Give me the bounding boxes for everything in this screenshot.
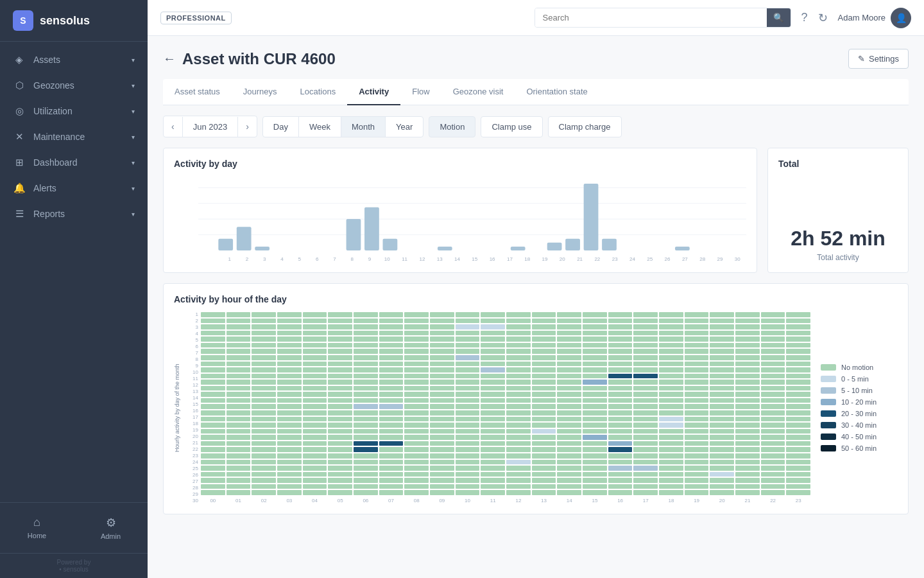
help-icon[interactable]: ? <box>801 11 808 24</box>
sidebar-item-alerts[interactable]: 🔔 Alerts ▾ <box>0 175 148 201</box>
heatmap-cell <box>532 410 556 416</box>
heatmap-cell <box>735 478 760 483</box>
tab-asset-status[interactable]: Asset status <box>163 79 232 105</box>
tab-geozone-visit[interactable]: Geozone visit <box>441 79 515 105</box>
bar-x-label: 16 <box>483 256 501 262</box>
dashboard-icon: ⊞ <box>13 157 26 168</box>
chevron-icon: ▾ <box>132 159 135 166</box>
period-button-group: DayWeekMonthYear <box>262 116 424 137</box>
heatmap-col <box>303 312 327 495</box>
sidebar-item-reports[interactable]: ☰ Reports ▾ <box>0 201 148 227</box>
back-button[interactable]: ← <box>163 51 176 66</box>
heatmap-cell <box>608 404 633 409</box>
svg-rect-16 <box>547 243 562 250</box>
heatmap-cell <box>735 435 760 440</box>
heatmap-cell <box>201 490 225 495</box>
heatmap-cell <box>456 417 480 422</box>
heatmap-cell <box>354 386 378 391</box>
period-btn-day[interactable]: Day <box>263 117 299 137</box>
heatmap-cell <box>354 453 378 459</box>
user-info[interactable]: Adam Moore 👤 <box>838 8 911 28</box>
sidebar-item-utilization[interactable]: ◎ Utilization ▾ <box>0 98 148 124</box>
heatmap-cell <box>481 423 505 428</box>
heatmap-cell <box>252 460 276 465</box>
search-box[interactable]: 🔍 <box>535 8 791 28</box>
heatmap-cell <box>761 319 785 324</box>
bar-x-label: 10 <box>379 256 396 262</box>
legend-label: 10 - 20 min <box>841 398 877 406</box>
heatmap-cell <box>379 392 404 397</box>
heatmap-cell <box>201 478 225 483</box>
heatmap-cell <box>252 324 276 329</box>
bottom-btn-home[interactable]: ⌂Home <box>0 511 74 545</box>
heatmap-x-label: 03 <box>277 498 302 504</box>
heatmap-cell <box>557 404 581 409</box>
heatmap-cell <box>532 312 556 317</box>
heatmap-cell <box>404 343 429 348</box>
heatmap-cell <box>685 490 709 495</box>
heatmap-cell <box>277 349 302 354</box>
heatmap-cell <box>608 460 633 465</box>
heatmap-cell <box>608 312 633 317</box>
heatmap-cell <box>633 478 658 483</box>
heatmap-cell <box>685 392 709 397</box>
heatmap-x-label: 10 <box>456 498 480 504</box>
heatmap-cell <box>633 355 658 360</box>
heatmap-cell <box>659 429 683 434</box>
legend-swatch-40-50 <box>821 434 836 440</box>
period-btn-week[interactable]: Week <box>299 117 341 137</box>
heatmap-cell <box>786 435 810 440</box>
type-btn-clamp-charge[interactable]: Clamp charge <box>548 116 622 137</box>
period-btn-month[interactable]: Month <box>341 117 386 137</box>
sidebar-item-assets[interactable]: ◈ Assets ▾ <box>0 47 148 73</box>
heatmap-cell <box>735 392 760 397</box>
heatmap-cell <box>532 349 556 354</box>
nav-item-left: ✕ Maintenance <box>13 131 85 143</box>
heatmap-cell <box>481 466 505 471</box>
heatmap-cell <box>633 429 658 434</box>
period-btn-year[interactable]: Year <box>386 117 423 137</box>
heatmap-cell <box>227 349 251 354</box>
heatmap-cell <box>608 447 633 452</box>
heatmap-col <box>404 312 429 495</box>
heatmap-col <box>328 312 352 495</box>
type-btn-motion[interactable]: Motion <box>429 116 475 137</box>
heatmap-cell <box>379 484 404 489</box>
heatmap-cell <box>557 324 581 329</box>
tab-journeys[interactable]: Journeys <box>232 79 289 105</box>
nav-item-left: ⊞ Dashboard <box>13 157 78 168</box>
heatmap-cell <box>201 355 225 360</box>
tab-orientation-state[interactable]: Orientation state <box>515 79 599 105</box>
tab-activity[interactable]: Activity <box>347 79 400 105</box>
sidebar-item-geozones[interactable]: ⬡ Geozones ▾ <box>0 73 148 98</box>
heatmap-cell <box>481 447 505 452</box>
heatmap-cell <box>583 380 607 385</box>
date-navigator: ‹ Jun 2023 › <box>163 116 257 137</box>
heatmap-cell <box>456 349 480 354</box>
search-button[interactable]: 🔍 <box>767 8 791 27</box>
date-next-button[interactable]: › <box>238 116 257 137</box>
heatmap-cell <box>379 404 404 409</box>
bottom-btn-admin[interactable]: ⚙Admin <box>74 511 148 545</box>
sidebar-item-maintenance[interactable]: ✕ Maintenance ▾ <box>0 124 148 150</box>
heatmap-cell <box>506 319 531 324</box>
heatmap-cell <box>659 417 683 422</box>
heatmap-cell <box>659 355 683 360</box>
settings-button[interactable]: ✎ Settings <box>848 49 909 69</box>
heatmap-cell <box>608 392 633 397</box>
heatmap-cell <box>328 404 352 409</box>
sidebar-item-dashboard[interactable]: ⊞ Dashboard ▾ <box>0 150 148 175</box>
date-prev-button[interactable]: ‹ <box>164 116 182 137</box>
search-input[interactable] <box>535 8 767 27</box>
heatmap-cell <box>227 410 251 416</box>
type-btn-clamp-use[interactable]: Clamp use <box>481 116 542 137</box>
heatmap-cell <box>710 312 734 317</box>
heatmap-cell <box>227 441 251 446</box>
heatmap-cell <box>201 331 225 336</box>
refresh-icon[interactable]: ↻ <box>818 11 828 25</box>
tab-locations[interactable]: Locations <box>289 79 348 105</box>
heatmap-y-label: 20 <box>187 434 198 439</box>
tab-flow[interactable]: Flow <box>400 79 441 105</box>
heatmap-cell <box>685 343 709 348</box>
heatmap-cell <box>328 367 352 372</box>
